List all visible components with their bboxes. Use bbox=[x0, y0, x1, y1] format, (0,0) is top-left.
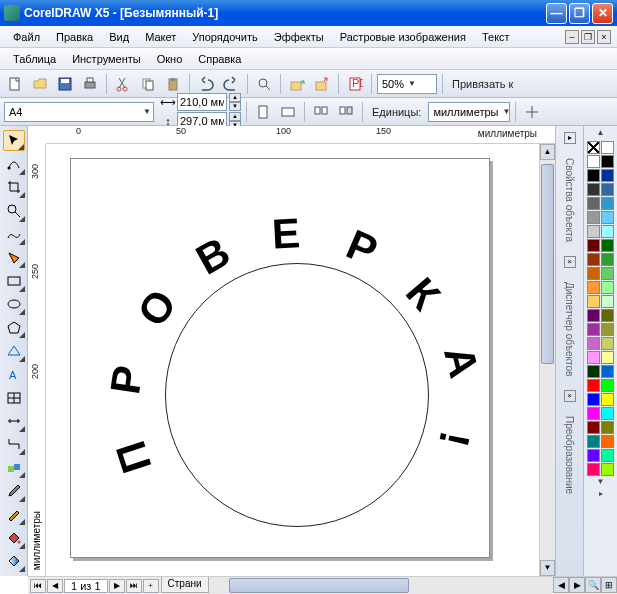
color-swatch[interactable] bbox=[587, 323, 600, 336]
close-button[interactable]: ✕ bbox=[592, 3, 613, 24]
docker-object-properties[interactable]: Свойства объекта bbox=[562, 154, 577, 246]
menu-tools[interactable]: Инструменты bbox=[65, 51, 148, 67]
last-page-button[interactable]: ⏭ bbox=[126, 579, 142, 593]
color-swatch[interactable] bbox=[601, 449, 614, 462]
docker-transform[interactable]: Преобразование bbox=[562, 412, 577, 498]
color-swatch[interactable] bbox=[587, 267, 600, 280]
undo-button[interactable] bbox=[195, 73, 217, 95]
paste-button[interactable] bbox=[162, 73, 184, 95]
pick-tool[interactable] bbox=[3, 130, 25, 151]
color-swatch[interactable] bbox=[601, 141, 614, 154]
color-swatch[interactable] bbox=[587, 351, 600, 364]
color-swatch[interactable] bbox=[601, 211, 614, 224]
color-swatch[interactable] bbox=[601, 169, 614, 182]
color-swatch[interactable] bbox=[601, 337, 614, 350]
prev-page-button[interactable]: ◀ bbox=[47, 579, 63, 593]
docker-object-manager[interactable]: Диспетчер объектов bbox=[562, 278, 577, 380]
color-swatch[interactable] bbox=[601, 421, 614, 434]
copy-button[interactable] bbox=[137, 73, 159, 95]
cut-button[interactable] bbox=[112, 73, 134, 95]
color-swatch[interactable] bbox=[587, 379, 600, 392]
scroll-down-button[interactable]: ▼ bbox=[540, 560, 555, 576]
print-button[interactable] bbox=[79, 73, 101, 95]
current-page-button[interactable] bbox=[335, 101, 357, 123]
menu-effects[interactable]: Эффекты bbox=[267, 29, 331, 45]
color-swatch[interactable] bbox=[601, 393, 614, 406]
color-swatch[interactable] bbox=[601, 183, 614, 196]
color-swatch[interactable] bbox=[587, 281, 600, 294]
color-swatch[interactable] bbox=[587, 211, 600, 224]
color-swatch[interactable] bbox=[587, 309, 600, 322]
nudge-button[interactable] bbox=[521, 101, 543, 123]
color-swatch[interactable] bbox=[587, 239, 600, 252]
palette-scroll-up[interactable]: ▲ bbox=[586, 128, 616, 140]
shape-tool[interactable] bbox=[3, 153, 25, 174]
menu-help[interactable]: Справка bbox=[191, 51, 248, 67]
color-swatch[interactable] bbox=[601, 365, 614, 378]
drawing-canvas[interactable]: ПРОВЕРКА! bbox=[46, 144, 539, 576]
color-swatch[interactable] bbox=[601, 197, 614, 210]
color-swatch[interactable] bbox=[587, 421, 600, 434]
horizontal-ruler[interactable]: 0 50 100 150 миллиметры bbox=[46, 126, 555, 144]
orientation-landscape-button[interactable] bbox=[277, 101, 299, 123]
vscroll-thumb[interactable] bbox=[541, 164, 554, 364]
color-swatch[interactable] bbox=[601, 463, 614, 476]
color-swatch[interactable] bbox=[601, 281, 614, 294]
color-swatch[interactable] bbox=[601, 309, 614, 322]
open-button[interactable] bbox=[29, 73, 51, 95]
fill-tool[interactable] bbox=[3, 527, 25, 548]
color-swatch[interactable] bbox=[587, 155, 600, 168]
interactive-fill-tool[interactable] bbox=[3, 551, 25, 572]
menu-file[interactable]: Файл bbox=[6, 29, 47, 45]
docker-close-1[interactable]: × bbox=[564, 256, 576, 268]
color-swatch[interactable] bbox=[601, 323, 614, 336]
orientation-portrait-button[interactable] bbox=[252, 101, 274, 123]
menu-window[interactable]: Окно bbox=[150, 51, 190, 67]
color-swatch[interactable] bbox=[601, 295, 614, 308]
color-swatch[interactable] bbox=[587, 337, 600, 350]
text-tool[interactable]: A bbox=[3, 364, 25, 385]
outline-tool[interactable] bbox=[3, 504, 25, 525]
freehand-tool[interactable] bbox=[3, 224, 25, 245]
paper-size-dropdown[interactable]: A4▼ bbox=[4, 102, 154, 122]
color-swatch[interactable] bbox=[601, 379, 614, 392]
all-pages-button[interactable] bbox=[310, 101, 332, 123]
color-swatch[interactable] bbox=[587, 169, 600, 182]
rectangle-tool[interactable] bbox=[3, 270, 25, 291]
color-swatch[interactable] bbox=[601, 407, 614, 420]
mdi-restore-button[interactable]: ❐ bbox=[581, 30, 595, 44]
color-swatch[interactable] bbox=[601, 239, 614, 252]
snap-label[interactable]: Привязать к bbox=[448, 78, 517, 90]
menu-table[interactable]: Таблица bbox=[6, 51, 63, 67]
basic-shapes-tool[interactable] bbox=[3, 340, 25, 361]
color-swatch[interactable] bbox=[601, 253, 614, 266]
scroll-up-button[interactable]: ▲ bbox=[540, 144, 555, 160]
menu-bitmap[interactable]: Растровые изображения bbox=[333, 29, 473, 45]
ellipse-tool[interactable] bbox=[3, 294, 25, 315]
docker-close-2[interactable]: × bbox=[564, 390, 576, 402]
vertical-scrollbar[interactable]: ▲ ▼ bbox=[539, 144, 555, 576]
table-tool[interactable] bbox=[3, 387, 25, 408]
first-page-button[interactable]: ⏮ bbox=[30, 579, 46, 593]
palette-scroll-down[interactable]: ▼ bbox=[586, 477, 616, 489]
zoom-out-button[interactable]: 🔍 bbox=[585, 577, 601, 593]
publish-pdf-button[interactable]: PDF bbox=[344, 73, 366, 95]
scroll-right-button[interactable]: ▶ bbox=[569, 577, 585, 593]
scroll-left-button[interactable]: ◀ bbox=[553, 577, 569, 593]
horizontal-scrollbar[interactable] bbox=[209, 577, 553, 594]
zoom-dropdown[interactable]: 50%▼ bbox=[377, 74, 437, 94]
export-button[interactable] bbox=[311, 73, 333, 95]
color-swatch[interactable] bbox=[587, 295, 600, 308]
vertical-ruler[interactable]: 300 250 200 миллиметры bbox=[28, 144, 46, 576]
units-dropdown[interactable]: миллиметры▼ bbox=[428, 102, 510, 122]
minimize-button[interactable]: — bbox=[546, 3, 567, 24]
menu-layout[interactable]: Макет bbox=[138, 29, 183, 45]
color-swatch[interactable] bbox=[601, 155, 614, 168]
color-swatch[interactable] bbox=[587, 253, 600, 266]
dimension-tool[interactable] bbox=[3, 410, 25, 431]
mdi-minimize-button[interactable]: – bbox=[565, 30, 579, 44]
color-swatch[interactable] bbox=[587, 463, 600, 476]
maximize-button[interactable]: ❐ bbox=[569, 3, 590, 24]
menu-text[interactable]: Текст bbox=[475, 29, 517, 45]
color-swatch[interactable] bbox=[587, 449, 600, 462]
